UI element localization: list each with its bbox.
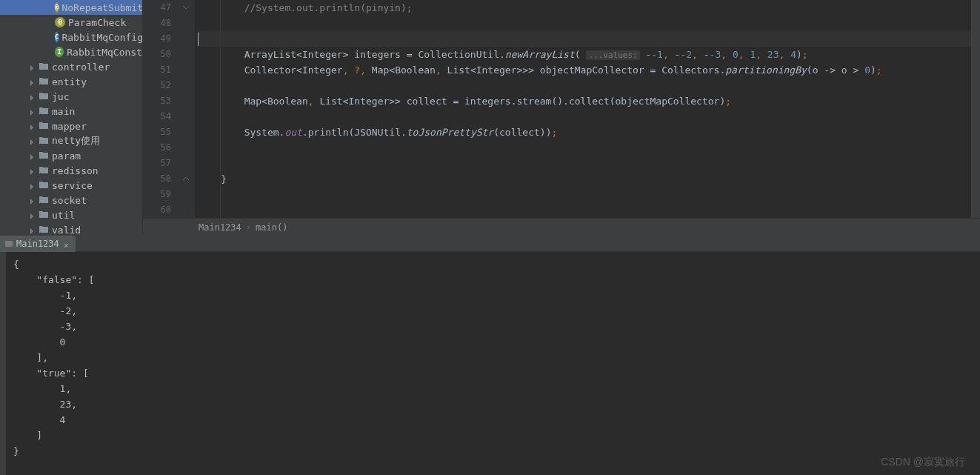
tree-label: main — [52, 106, 75, 117]
line-number: 48 — [143, 16, 171, 31]
line-number: 60 — [143, 202, 171, 218]
tree-folder-controller[interactable]: controller — [0, 59, 142, 74]
class-icon: C — [55, 32, 59, 42]
line-number: 50 — [143, 47, 171, 62]
chevron-right-icon[interactable] — [28, 167, 36, 174]
tree-label: mapper — [52, 121, 87, 132]
tree-folder-param[interactable]: param — [0, 148, 142, 163]
code-line — [198, 78, 971, 93]
chevron-right-icon[interactable] — [28, 152, 36, 159]
code-line: System.out.println(JSONUtil.toJsonPretty… — [198, 124, 971, 140]
svg-rect-0 — [5, 241, 13, 247]
code-line: } — [198, 171, 971, 187]
console-gutter — [0, 252, 6, 475]
chevron-right-icon[interactable] — [28, 107, 36, 115]
fold-icon[interactable] — [182, 2, 190, 10]
line-gutter[interactable]: 47 48 49 50 51 52 53 54 55 56 57 58 59 6… — [143, 0, 180, 218]
code-line — [198, 109, 971, 124]
line-number: 47 — [143, 0, 171, 16]
annotation-icon: @ — [55, 2, 59, 13]
tree-folder-redisson[interactable]: redisson — [0, 163, 142, 178]
folder-icon — [39, 210, 49, 220]
folder-icon — [39, 180, 49, 190]
tree-label: controller — [52, 62, 110, 73]
tree-label: valid — [52, 225, 81, 236]
folder-icon — [39, 121, 49, 131]
chevron-right-icon[interactable] — [28, 182, 36, 189]
tree-folder-juc[interactable]: juc — [0, 89, 142, 104]
tree-item-norepeatsubmit[interactable]: @ NoRepeatSubmit — [0, 0, 142, 15]
line-number: 58 — [143, 171, 171, 187]
line-number: 53 — [143, 93, 171, 109]
code-line — [198, 156, 971, 171]
line-number: 55 — [143, 124, 171, 140]
chevron-right-icon[interactable] — [28, 93, 36, 100]
tree-label: service — [52, 180, 93, 191]
tree-label: RabbitMqConst — [67, 47, 142, 58]
close-icon[interactable]: ✕ — [64, 240, 71, 248]
fold-gutter[interactable] — [180, 0, 195, 218]
folder-icon — [39, 225, 49, 235]
chevron-right-icon[interactable] — [28, 211, 36, 219]
tree-folder-service[interactable]: service — [0, 178, 142, 193]
breadcrumb-item[interactable]: Main1234 — [199, 222, 241, 233]
folder-icon — [39, 62, 49, 72]
code-editor[interactable]: 47 48 49 50 51 52 53 54 55 56 57 58 59 6… — [143, 0, 980, 218]
tree-label: socket — [52, 195, 87, 206]
tree-label: ParamCheck — [68, 17, 126, 28]
folder-icon — [39, 150, 49, 161]
code-content[interactable]: //System.out.println(pinyin); ArrayList<… — [195, 0, 971, 218]
tree-folder-valid[interactable]: valid — [0, 222, 142, 236]
line-number: 49 — [143, 31, 171, 47]
tree-folder-netty[interactable]: netty使用 — [0, 133, 142, 148]
console-output[interactable]: { "false": [ -1, -2, -3, 0 ], "true": [ … — [6, 252, 980, 475]
project-tree[interactable]: @ NoRepeatSubmit @ ParamCheck C RabbitMq… — [0, 0, 143, 236]
tree-folder-socket[interactable]: socket — [0, 193, 142, 207]
chevron-right-icon[interactable] — [28, 78, 36, 85]
tree-folder-mapper[interactable]: mapper — [0, 119, 142, 133]
line-number: 56 — [143, 140, 171, 156]
line-number: 52 — [143, 78, 171, 93]
tree-folder-main[interactable]: main — [0, 104, 142, 119]
console-tab-main1234[interactable]: Main1234 ✕ — [0, 236, 76, 252]
folder-icon — [39, 165, 49, 176]
breadcrumb[interactable]: Main1234 › main() — [143, 218, 980, 236]
tree-label: redisson — [52, 165, 99, 176]
tree-item-rabbitmqconfig[interactable]: C RabbitMqConfig — [0, 30, 142, 44]
tree-folder-util[interactable]: util — [0, 207, 142, 222]
fold-end-icon[interactable] — [182, 173, 190, 181]
editor-scrollbar[interactable] — [971, 0, 980, 218]
code-line: ArrayList<Integer> integers = Collection… — [198, 47, 971, 62]
line-number: 54 — [143, 109, 171, 124]
tree-label: RabbitMqConfig — [61, 32, 143, 43]
line-number: 57 — [143, 156, 171, 171]
chevron-right-icon[interactable] — [28, 122, 36, 130]
console-tab-label: Main1234 — [16, 239, 59, 249]
tree-item-rabbitmqconst[interactable]: I RabbitMqConst — [0, 44, 142, 59]
breadcrumb-item[interactable]: main() — [256, 222, 287, 233]
indent-guide — [220, 0, 221, 218]
line-number: 59 — [143, 187, 171, 202]
line-number: 51 — [143, 62, 171, 78]
tree-item-paramcheck[interactable]: @ ParamCheck — [0, 15, 142, 30]
chevron-right-icon: › — [246, 222, 251, 233]
console-tabs[interactable]: Main1234 ✕ — [0, 236, 980, 252]
watermark: CSDN @寂寞旅行 — [881, 456, 965, 469]
chevron-right-icon[interactable] — [28, 63, 36, 70]
tree-label: NoRepeatSubmit — [61, 2, 143, 13]
caret — [198, 33, 199, 46]
run-tab-icon — [4, 239, 13, 248]
chevron-right-icon[interactable] — [28, 137, 36, 145]
chevron-right-icon[interactable] — [28, 226, 36, 233]
code-line — [198, 202, 971, 218]
tree-folder-entity[interactable]: entity — [0, 74, 142, 89]
chevron-right-icon[interactable] — [28, 196, 36, 204]
tree-label: param — [52, 150, 81, 162]
interface-icon: I — [55, 47, 64, 57]
code-line-current — [198, 31, 971, 47]
folder-icon — [39, 106, 49, 116]
tree-label: juc — [52, 91, 69, 102]
tree-label: entity — [52, 76, 87, 87]
folder-icon — [39, 195, 49, 205]
folder-icon — [39, 91, 49, 102]
